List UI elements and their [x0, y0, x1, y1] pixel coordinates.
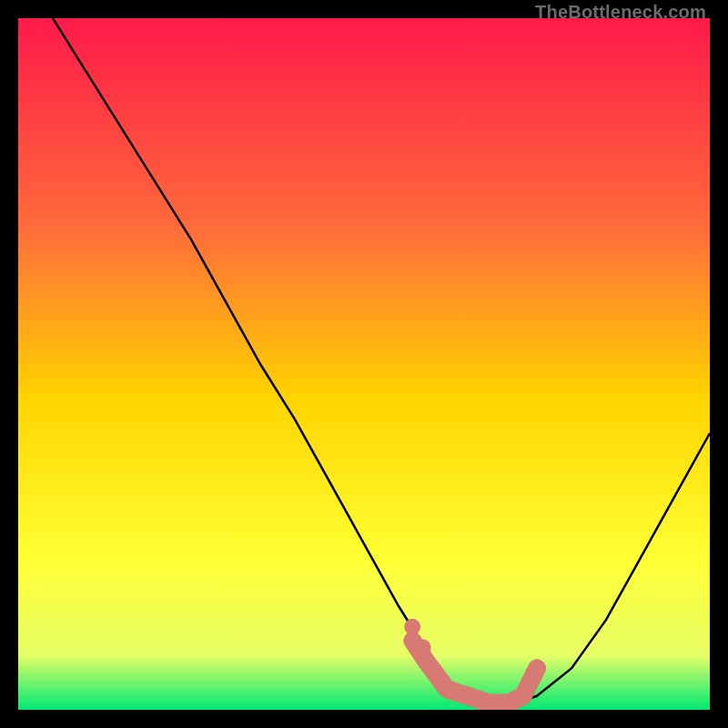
gradient-background [18, 18, 710, 710]
highlighted-dot [404, 619, 420, 635]
watermark-label: TheBottleneck.com [535, 2, 706, 23]
highlighted-dot [415, 640, 431, 656]
chart-canvas [18, 18, 710, 710]
chart-frame [18, 18, 710, 710]
